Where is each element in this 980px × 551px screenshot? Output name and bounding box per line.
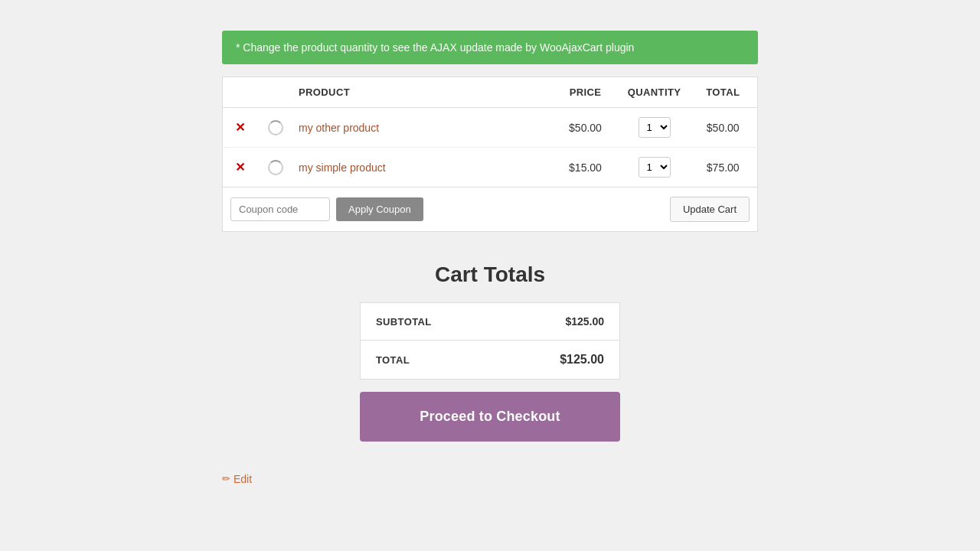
col-quantity-header: QUANTITY (620, 77, 689, 108)
subtotal-row: SUBTOTAL $125.00 (361, 303, 620, 341)
product-link-2[interactable]: my simple product (299, 161, 386, 174)
price-cell-1: $50.00 (551, 108, 620, 148)
coupon-input[interactable] (230, 197, 330, 221)
total-cell-2: $75.00 (689, 148, 758, 187)
col-remove-header (223, 77, 258, 108)
cart-row-1: ✕my other product$50.0012345$50.00 (223, 108, 758, 148)
total-label: TOTAL (361, 341, 499, 380)
cart-row-2: ✕my simple product$15.0012345$75.00 (223, 148, 758, 187)
loading-icon-1 (268, 120, 283, 135)
subtotal-value: $125.00 (499, 303, 620, 341)
edit-link[interactable]: ✏ Edit (222, 473, 252, 485)
quantity-select-2[interactable]: 12345 (639, 157, 671, 178)
totals-table: SUBTOTAL $125.00 TOTAL $125.00 (360, 302, 620, 380)
ajax-notice-banner: * Change the product quantity to see the… (222, 31, 758, 64)
total-cell-1: $50.00 (689, 108, 758, 148)
update-cart-button[interactable]: Update Cart (670, 197, 750, 222)
cart-totals-title: Cart Totals (435, 262, 545, 287)
loading-icon-2 (268, 160, 283, 175)
col-loading-header (257, 77, 291, 108)
apply-coupon-button[interactable]: Apply Coupon (336, 197, 423, 221)
edit-label: Edit (234, 473, 252, 485)
remove-button-1[interactable]: ✕ (230, 119, 250, 136)
coupon-row: Apply Coupon Update Cart (223, 187, 758, 232)
col-total-header: TOTAL (689, 77, 758, 108)
quantity-select-1[interactable]: 12345 (639, 117, 671, 138)
subtotal-label: SUBTOTAL (361, 303, 499, 341)
pencil-icon: ✏ (222, 473, 230, 484)
col-price-header: PRICE (551, 77, 620, 108)
product-link-1[interactable]: my other product (299, 122, 379, 134)
total-row: TOTAL $125.00 (361, 341, 620, 380)
price-cell-2: $15.00 (551, 148, 620, 187)
checkout-button[interactable]: Proceed to Checkout (360, 392, 620, 442)
notice-text: * Change the product quantity to see the… (236, 41, 634, 54)
total-value: $125.00 (499, 341, 620, 380)
col-product-header: PRODUCT (291, 77, 551, 108)
edit-link-section: ✏ Edit (222, 472, 758, 485)
cart-table: PRODUCT PRICE QUANTITY TOTAL ✕my other p… (222, 77, 758, 232)
cart-totals-section: Cart Totals SUBTOTAL $125.00 TOTAL $125.… (222, 262, 758, 442)
remove-button-2[interactable]: ✕ (230, 158, 250, 176)
